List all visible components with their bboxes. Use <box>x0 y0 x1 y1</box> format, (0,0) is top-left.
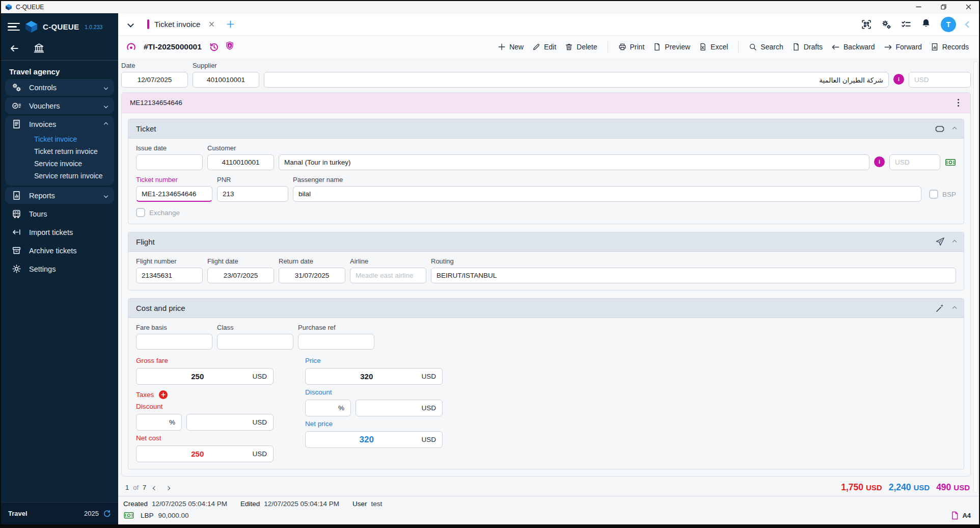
company-button[interactable] <box>34 43 44 54</box>
forward-button[interactable]: Forward <box>882 42 924 52</box>
minimize-button[interactable] <box>908 1 929 13</box>
customer-name-input[interactable] <box>279 154 869 170</box>
refresh-icon[interactable] <box>103 510 111 518</box>
records-button[interactable]: Records <box>929 42 971 52</box>
cost-discount-amount-field[interactable]: USD <box>186 414 274 431</box>
new-tab-button[interactable] <box>226 20 235 29</box>
forward-label: Forward <box>896 43 922 51</box>
sidebar-item-ticket-return-invoice[interactable]: Ticket return invoice <box>34 146 114 157</box>
search-button[interactable]: Search <box>747 42 785 52</box>
vertical-scrollbar[interactable] <box>973 61 978 493</box>
sidebar-group-reports[interactable]: Reports <box>5 187 114 204</box>
tasks-button[interactable] <box>901 19 911 30</box>
price-discount-amount-field[interactable]: USD <box>356 400 443 416</box>
next-page-button[interactable] <box>164 482 173 493</box>
protection-button[interactable] <box>225 41 235 53</box>
notifications-button[interactable] <box>921 18 931 31</box>
price-discount-percent-field[interactable]: % <box>305 400 351 416</box>
purchase-ref-input[interactable] <box>298 334 374 350</box>
sidebar-item-service-invoice[interactable]: Service invoice <box>34 158 114 169</box>
new-button[interactable]: New <box>496 42 526 52</box>
supplier-name-input[interactable] <box>264 72 889 88</box>
status-bar: Created 12/07/2025 05:04:14 PM Edited 12… <box>118 496 979 524</box>
customer-label: Customer <box>207 144 274 152</box>
sidebar-item-service-return-invoice[interactable]: Service return invoice <box>34 170 114 181</box>
exchange-checkbox[interactable] <box>136 208 145 217</box>
collapse-panel-button[interactable] <box>966 20 971 29</box>
return-date-input[interactable] <box>279 268 345 283</box>
price-column: Price 320 USD Discount <box>305 357 443 462</box>
backward-button[interactable]: Backward <box>829 42 877 52</box>
issue-date-input[interactable] <box>136 154 203 170</box>
sidebar-group-import-tickets[interactable]: Import tickets <box>5 224 114 241</box>
sidebar-group-tours[interactable]: Tours <box>5 205 114 222</box>
add-tax-button[interactable] <box>159 390 168 399</box>
flight-date-input[interactable] <box>207 268 274 283</box>
routing-input[interactable] <box>431 268 956 283</box>
maximize-button[interactable] <box>933 1 954 13</box>
back-button[interactable] <box>9 43 19 54</box>
invoice-form: Date Supplier <box>118 58 979 496</box>
user-avatar[interactable]: T <box>941 17 956 32</box>
previous-page-button[interactable] <box>150 482 159 493</box>
net-cost-field[interactable]: 250 USD <box>136 445 274 462</box>
pnr-input[interactable] <box>217 186 288 202</box>
qr-scan-button[interactable] <box>861 19 872 30</box>
tab-close-button[interactable] <box>208 21 215 28</box>
collapse-section-button[interactable] <box>952 126 957 130</box>
customer-code-input[interactable] <box>207 154 274 170</box>
sidebar-item-invoices[interactable]: Invoices <box>5 116 114 133</box>
ticket-currency-input[interactable] <box>889 154 940 170</box>
menu-toggle-button[interactable] <box>8 23 20 31</box>
records-label: Records <box>942 43 969 51</box>
supplier-code-input[interactable] <box>193 72 259 88</box>
airline-input[interactable] <box>350 268 426 283</box>
passenger-name-input[interactable] <box>293 186 921 202</box>
paper-size-indicator[interactable]: A4 <box>951 511 971 520</box>
ticket-number-input[interactable] <box>136 186 212 202</box>
print-button[interactable]: Print <box>616 42 647 52</box>
close-button[interactable] <box>958 1 979 13</box>
net-cost-value: 250 <box>143 450 252 458</box>
banknote-icon[interactable] <box>945 157 956 167</box>
tab-ticket-invoice[interactable]: Ticket invoice <box>145 19 217 29</box>
class-input[interactable] <box>217 334 293 350</box>
segment-menu-button[interactable] <box>955 97 963 109</box>
qr-code-icon <box>861 19 872 30</box>
sidebar-group-settings[interactable]: Settings <box>5 260 114 277</box>
excel-button[interactable]: Excel <box>697 42 730 52</box>
date-input[interactable] <box>121 72 188 88</box>
customer-info-button[interactable] <box>874 156 885 167</box>
preview-button[interactable]: Preview <box>651 42 692 52</box>
edit-button[interactable]: Edit <box>530 42 558 52</box>
supplier-info-button[interactable] <box>893 74 904 85</box>
gross-fare-field[interactable]: 250 USD <box>136 368 274 385</box>
fare-basis-input[interactable] <box>136 334 212 350</box>
created-value: 12/07/2025 05:04:14 PM <box>152 500 227 508</box>
net-price-field[interactable]: 320 USD <box>305 431 443 448</box>
price-discount-label: Discount <box>305 388 443 396</box>
invoice-totals: 1,750USD 2,240USD 490USD <box>841 482 970 493</box>
delete-button[interactable]: Delete <box>563 42 599 52</box>
restore-icon <box>941 4 946 10</box>
active-tab-accent <box>147 19 149 29</box>
company-name: Travel <box>8 510 28 517</box>
collapse-section-button[interactable] <box>952 240 957 244</box>
cost-discount-percent-field[interactable]: % <box>136 414 182 431</box>
history-button[interactable] <box>209 42 219 52</box>
sidebar-group-vouchers[interactable]: Vouchers <box>5 97 114 114</box>
sidebar-item-ticket-invoice[interactable]: Ticket invoice <box>34 134 114 145</box>
tab-list-button[interactable] <box>126 20 135 29</box>
invoice-currency-input[interactable] <box>909 72 971 88</box>
price-field[interactable]: 320 USD <box>305 368 443 385</box>
main-area: Ticket invoice <box>118 13 979 524</box>
sidebar-item-label: Tours <box>29 210 47 218</box>
sidebar-group-archive-tickets[interactable]: Archive tickets <box>5 242 114 259</box>
bsp-checkbox[interactable] <box>929 190 938 199</box>
preferences-button[interactable] <box>881 19 891 30</box>
record-status-button[interactable] <box>126 42 137 52</box>
flight-number-input[interactable] <box>136 268 203 283</box>
sidebar-group-controls[interactable]: Controls <box>5 79 114 96</box>
collapse-section-button[interactable] <box>952 306 957 310</box>
drafts-button[interactable]: Drafts <box>790 42 825 52</box>
